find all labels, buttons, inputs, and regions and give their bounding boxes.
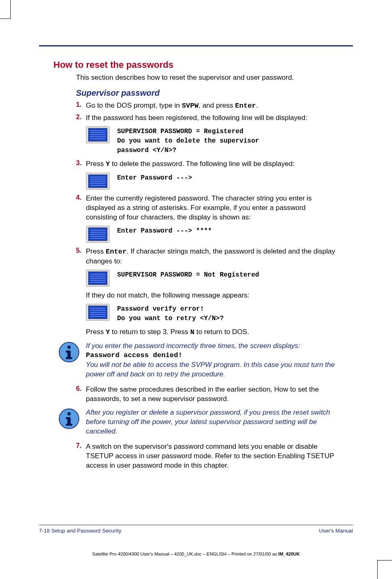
screen-text: SUPERVISOR PASSWORD = Registered Do you …	[117, 126, 259, 156]
key-y: Y	[106, 160, 110, 168]
screen-text: SUPERVISOR PASSWORD = Not Registered	[117, 270, 259, 280]
step-body: Follow the same procedures described in …	[86, 385, 339, 404]
svg-rect-43	[66, 417, 70, 419]
step-body: Press Y to delete the password. The foll…	[86, 159, 339, 169]
content-area: How to reset the passwords This section …	[39, 45, 353, 471]
step-body: If the password has been registered, the…	[86, 113, 339, 123]
text: Press	[86, 247, 106, 255]
screen-output-3: Enter Password ---> ****	[53, 226, 339, 243]
print-text: Satellite Pro 4200/4300 User's Manual – …	[92, 551, 278, 556]
key-n: N	[190, 328, 194, 336]
text: to return to step 3. Press	[110, 328, 190, 336]
key-enter: Enter	[106, 248, 127, 256]
info-body: After you register or delete a superviso…	[86, 408, 339, 436]
text: , and press	[198, 101, 235, 109]
header-rule	[39, 45, 353, 46]
info-note-2: After you register or delete a superviso…	[53, 408, 339, 436]
print-metadata-line: Satellite Pro 4200/4300 User's Manual – …	[0, 551, 392, 556]
screen-text: Password verify error! Do you want to re…	[117, 304, 224, 323]
screen-text: Enter Password ---> ****	[117, 226, 212, 236]
step-number: 2.	[76, 113, 86, 123]
step-number: 4.	[76, 194, 86, 222]
monitor-icon	[86, 304, 110, 321]
step-7: 7. A switch on the supervisor's password…	[53, 442, 339, 471]
step-3: 3. Press Y to delete the password. The f…	[53, 159, 339, 169]
screen-output-4: SUPERVISOR PASSWORD = Not Registered	[53, 270, 339, 287]
svg-point-36	[67, 346, 71, 349]
monitor-icon	[86, 226, 110, 243]
intro-text: This section describes how to reset the …	[53, 74, 339, 82]
text: to return to DOS.	[194, 328, 249, 336]
command-text: SVPW	[182, 102, 198, 110]
svg-rect-39	[66, 357, 72, 359]
screen-output-2: Enter Password --->	[53, 173, 339, 190]
step-6: 6. Follow the same procedures described …	[53, 385, 339, 404]
monitor-icon	[86, 173, 110, 190]
page-container: How to reset the passwords This section …	[0, 0, 392, 579]
page-footer: 7-18 Setup and Password Security User's …	[39, 525, 353, 534]
info-line: If you enter the password incorrectly th…	[86, 341, 339, 351]
step-number: 7.	[76, 442, 86, 471]
footer-rule	[39, 525, 353, 526]
step-body: A switch on the supervisor's password co…	[86, 442, 339, 471]
step-2: 2. If the password has been registered, …	[53, 113, 339, 123]
footer-left: 7-18 Setup and Password Security	[39, 528, 121, 534]
step-number: 5.	[76, 247, 86, 266]
info-line: After you register or delete a superviso…	[86, 408, 339, 436]
step-body: Go to the DOS prompt, type in SVPW, and …	[86, 101, 339, 111]
svg-point-41	[67, 412, 71, 415]
subsection-heading: Supervisor password	[53, 88, 339, 98]
info-icon	[58, 341, 80, 363]
step-number: 6.	[76, 385, 86, 404]
step-4: 4. Enter the currently registered passwo…	[53, 194, 339, 222]
footer-row: 7-18 Setup and Password Security User's …	[39, 528, 353, 534]
text: Press	[86, 328, 106, 336]
step-5-return: Press Y to return to step 3. Press N to …	[53, 328, 339, 337]
monitor-icon	[86, 126, 110, 143]
monitor-icon	[86, 270, 110, 287]
info-code: Password access denied!	[86, 351, 339, 360]
text: Go to the DOS prompt, type in	[86, 101, 182, 109]
section-heading: How to reset the passwords	[53, 60, 339, 70]
info-note-1: If you enter the password incorrectly th…	[53, 341, 339, 379]
footer-right: User's Manual	[319, 528, 353, 534]
key-enter: Enter	[235, 102, 256, 110]
svg-rect-44	[66, 424, 72, 426]
step-number: 3.	[76, 159, 86, 169]
step-1: 1. Go to the DOS prompt, type in SVPW, a…	[53, 101, 339, 111]
screen-output-1: SUPERVISOR PASSWORD = Registered Do you …	[53, 126, 339, 156]
step-body: Enter the currently registered password.…	[86, 194, 339, 222]
step-5: 5. Press Enter. If character strings mat…	[53, 247, 339, 266]
info-body: If you enter the password incorrectly th…	[86, 341, 339, 379]
screen-output-5: Password verify error! Do you want to re…	[53, 304, 339, 323]
text: to delete the password. The following li…	[110, 160, 295, 168]
info-icon	[58, 408, 80, 429]
text: .	[256, 101, 258, 109]
screen-text: Enter Password --->	[117, 173, 192, 183]
print-code: IM_420UK	[278, 551, 300, 556]
step-number: 1.	[76, 101, 86, 111]
svg-rect-38	[66, 351, 70, 353]
text: Press	[86, 160, 106, 168]
info-line: You will not be able to access the SVPW …	[86, 360, 339, 379]
no-match-text: If they do not match, the following mess…	[53, 291, 339, 300]
key-y: Y	[106, 328, 110, 336]
step-body: Press Enter. If character strings match,…	[86, 247, 339, 266]
